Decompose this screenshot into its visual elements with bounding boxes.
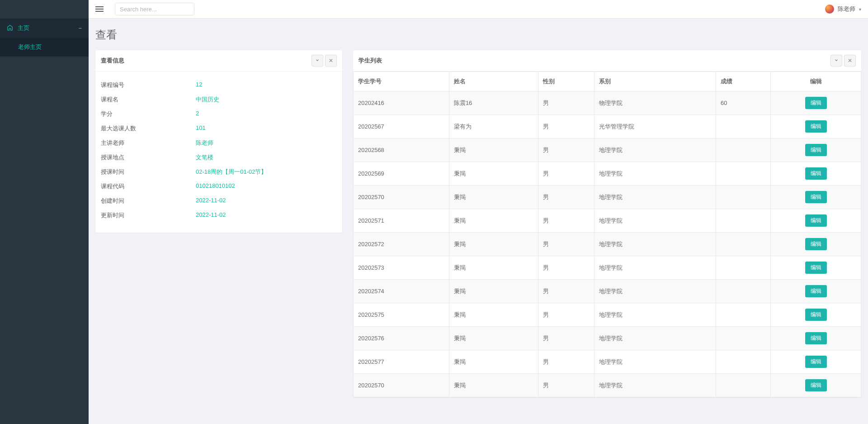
topbar: 陈老师 ▾ <box>89 0 868 19</box>
cell-gender: 男 <box>538 350 594 374</box>
nav-item-home[interactable]: 主页 − <box>0 19 89 38</box>
info-row: 课程编号12 <box>101 78 337 92</box>
cell-name: 秉羯 <box>449 233 538 256</box>
cell-dept: 地理学院 <box>594 327 716 350</box>
cell-name: 秉羯 <box>449 350 538 374</box>
edit-button[interactable]: 编辑 <box>805 356 827 368</box>
cell-dept: 地理学院 <box>594 303 716 327</box>
cell-edit: 编辑 <box>771 374 861 397</box>
edit-button[interactable]: 编辑 <box>805 97 827 109</box>
sidebar-spacer <box>0 0 89 19</box>
cell-edit: 编辑 <box>771 186 861 209</box>
table-row: 20202568秉羯男地理学院编辑 <box>354 138 861 162</box>
cell-score <box>716 303 771 327</box>
chevron-down-icon <box>315 57 320 64</box>
table-row: 20202576秉羯男地理学院编辑 <box>354 327 861 350</box>
cell-score <box>716 115 771 138</box>
cell-name: 秉羯 <box>449 209 538 233</box>
info-value: 12 <box>196 81 202 89</box>
info-panel-head: 查看信息 ✕ <box>95 50 342 71</box>
close-icon: ✕ <box>848 57 852 64</box>
cell-edit: 编辑 <box>771 91 861 115</box>
edit-button[interactable]: 编辑 <box>805 120 827 133</box>
panel-close-button[interactable]: ✕ <box>844 55 856 67</box>
cell-student-id: 20202416 <box>354 91 449 115</box>
edit-button[interactable]: 编辑 <box>805 332 827 344</box>
cell-student-id: 20202571 <box>354 209 449 233</box>
cell-name: 梁有为 <box>449 115 538 138</box>
edit-button[interactable]: 编辑 <box>805 285 827 297</box>
cell-student-id: 20202570 <box>354 374 449 397</box>
edit-button[interactable]: 编辑 <box>805 262 827 274</box>
info-value: 中国历史 <box>196 95 219 104</box>
cell-student-id: 20202576 <box>354 327 449 350</box>
cell-gender: 男 <box>538 186 594 209</box>
cell-name: 秉羯 <box>449 374 538 397</box>
user-menu[interactable]: 陈老师 ▾ <box>825 5 861 14</box>
cell-name: 陈震16 <box>449 91 538 115</box>
cell-edit: 编辑 <box>771 115 861 138</box>
table-row: 20202570秉羯男地理学院编辑 <box>354 374 861 397</box>
info-row: 更新时间2022-11-02 <box>101 208 337 223</box>
page-title: 查看 <box>95 28 861 42</box>
table-row: 20202567梁有为男光华管理学院编辑 <box>354 115 861 138</box>
edit-button[interactable]: 编辑 <box>805 214 827 227</box>
cell-dept: 地理学院 <box>594 209 716 233</box>
cell-name: 秉羯 <box>449 138 538 162</box>
nav-sub-label: 老师主页 <box>18 43 42 50</box>
info-label: 更新时间 <box>101 211 196 219</box>
cell-gender: 男 <box>538 138 594 162</box>
cell-student-id: 20202574 <box>354 280 449 303</box>
panel-collapse-button[interactable] <box>311 55 323 67</box>
menu-toggle-icon[interactable] <box>95 6 104 12</box>
username-label: 陈老师 <box>838 5 855 13</box>
cell-gender: 男 <box>538 280 594 303</box>
edit-button[interactable]: 编辑 <box>805 238 827 250</box>
sidebar: 主页 − 老师主页 <box>0 0 89 424</box>
info-panel-title: 查看信息 <box>101 57 124 65</box>
cell-dept: 地理学院 <box>594 186 716 209</box>
cell-dept: 地理学院 <box>594 233 716 256</box>
collapse-icon: − <box>78 25 82 32</box>
cell-name: 秉羯 <box>449 327 538 350</box>
cell-gender: 男 <box>538 162 594 186</box>
cell-dept: 物理学院 <box>594 91 716 115</box>
search-input[interactable] <box>115 3 194 15</box>
cell-score <box>716 374 771 397</box>
cell-score <box>716 256 771 280</box>
panel-collapse-button[interactable] <box>830 55 842 67</box>
info-row: 学分2 <box>101 107 337 121</box>
cell-dept: 地理学院 <box>594 162 716 186</box>
table-row: 20202574秉羯男地理学院编辑 <box>354 280 861 303</box>
cell-edit: 编辑 <box>771 350 861 374</box>
table-row: 20202577秉羯男地理学院编辑 <box>354 350 861 374</box>
info-row: 课程名中国历史 <box>101 92 337 107</box>
nav-sub-teacher-home[interactable]: 老师主页 <box>0 38 89 57</box>
content-area: 查看 查看信息 ✕ <box>89 19 868 424</box>
panel-close-button[interactable]: ✕ <box>325 55 337 67</box>
cell-edit: 编辑 <box>771 233 861 256</box>
edit-button[interactable]: 编辑 <box>805 379 827 391</box>
cell-score <box>716 233 771 256</box>
home-icon <box>7 24 13 32</box>
edit-button[interactable]: 编辑 <box>805 167 827 180</box>
table-row: 20202570秉羯男地理学院编辑 <box>354 186 861 209</box>
info-value: 101 <box>196 124 206 133</box>
info-label: 课程名 <box>101 95 196 104</box>
edit-button[interactable]: 编辑 <box>805 309 827 321</box>
cell-name: 秉羯 <box>449 303 538 327</box>
table-row: 20202575秉羯男地理学院编辑 <box>354 303 861 327</box>
edit-button[interactable]: 编辑 <box>805 144 827 156</box>
info-row: 最大选课人数101 <box>101 121 337 136</box>
cell-dept: 光华管理学院 <box>594 115 716 138</box>
cell-dept: 地理学院 <box>594 138 716 162</box>
cell-gender: 男 <box>538 209 594 233</box>
table-row: 20202572秉羯男地理学院编辑 <box>354 233 861 256</box>
table-panel-head: 学生列表 ✕ <box>353 50 861 71</box>
info-label: 课程编号 <box>101 81 196 89</box>
cell-dept: 地理学院 <box>594 280 716 303</box>
table-row: 20202571秉羯男地理学院编辑 <box>354 209 861 233</box>
info-value: 2022-11-02 <box>196 211 226 219</box>
edit-button[interactable]: 编辑 <box>805 191 827 203</box>
info-label: 创建时间 <box>101 197 196 205</box>
